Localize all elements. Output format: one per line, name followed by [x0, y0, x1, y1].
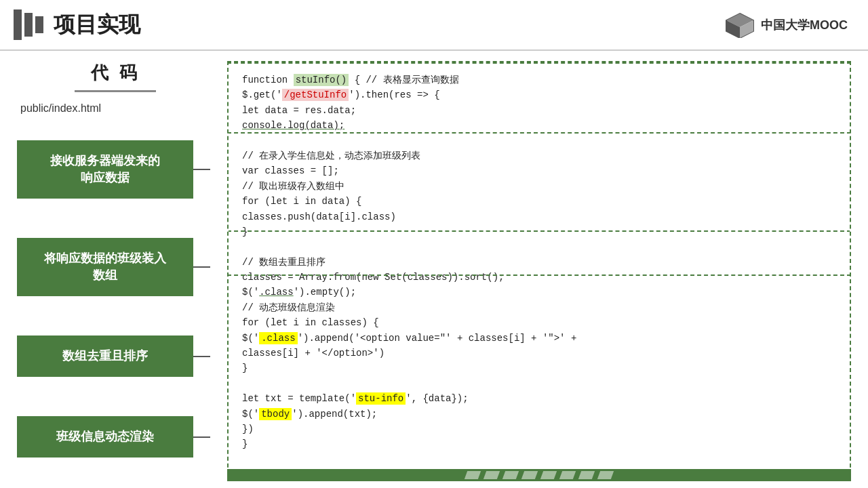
code-line-25: } — [242, 436, 836, 451]
mooc-logo: 中国大学MOOC — [725, 12, 848, 38]
code-text: classes[i] + '</option>') — [242, 348, 384, 359]
code-text: classes = Array.from(new Set(classes)).s… — [242, 272, 504, 283]
bar-stripe-6 — [559, 471, 576, 479]
connector-4 — [193, 436, 210, 438]
bar-stripe-8 — [597, 471, 614, 479]
code-text: for (let i in classes) { — [242, 317, 379, 328]
code-line-8: // 取出班级存入数组中 — [242, 179, 836, 194]
btn-render[interactable]: 班级信息动态渲染 — [17, 416, 193, 458]
code-line-15: $('.class').empty(); — [242, 285, 836, 300]
bar-stripe-7 — [578, 471, 595, 479]
code-line-10: classes.push(data[i].class) — [242, 209, 836, 224]
code-text: classes.push(data[i].class) — [242, 211, 396, 222]
sidebar-underline — [75, 90, 156, 92]
header-stripes — [14, 9, 43, 40]
code-line-5 — [242, 134, 836, 148]
sidebar-title: 代 码 — [17, 61, 214, 85]
code-area: function stuInfo() { // 表格显示查询数据 $.get('… — [227, 61, 851, 481]
code-line-20: } — [242, 361, 836, 375]
code-text: ').append('<option value="' + classes[i]… — [298, 333, 577, 344]
code-text: // 动态班级信息渲染 — [242, 302, 335, 313]
bar-stripe-5 — [540, 471, 557, 479]
code-text: $.get(' — [242, 89, 282, 100]
connector-3 — [193, 356, 210, 357]
code-line-24: }) — [242, 422, 836, 436]
sidebar-buttons: 接收服务器端发来的响应数据 将响应数据的班级装入数组 数组去重且排序 班级信息动… — [17, 125, 214, 481]
btn-dedup-sort[interactable]: 数组去重且排序 — [17, 336, 193, 377]
stripe-2 — [24, 13, 33, 37]
code-text: ', {data}); — [406, 393, 468, 404]
code-text: for (let i in data) { — [242, 196, 361, 207]
stripe-3 — [35, 16, 43, 33]
code-text: // 数组去重且排序 — [242, 257, 326, 268]
header: 项目实现 中国大学MOOC — [0, 0, 868, 51]
btn-receive-data[interactable]: 接收服务器端发来的响应数据 — [17, 140, 193, 199]
code-text: $(' — [242, 333, 259, 344]
highlight-stuinfo: stuInfo() — [294, 74, 349, 86]
code-text: function — [242, 75, 294, 85]
code-line-22: let txt = template('stu-info', {data}); — [242, 391, 836, 406]
code-text: // 取出班级存入数组中 — [242, 181, 344, 192]
highlight-tbody-yellow: tbody — [259, 408, 292, 420]
code-text: let data = res.data; — [242, 105, 356, 116]
code-line-1: function stuInfo() { // 表格显示查询数据 — [242, 73, 836, 87]
code-line-12 — [242, 239, 836, 254]
btn-row-1: 接收服务器端发来的响应数据 — [17, 140, 214, 199]
code-text: } — [242, 226, 248, 237]
bottom-decorative-bar — [227, 469, 851, 481]
stripe-1 — [14, 9, 22, 40]
btn-row-2: 将响应数据的班级装入数组 — [17, 238, 214, 296]
btn-row-4: 班级信息动态渲染 — [17, 416, 214, 458]
code-line-7: var classes = []; — [242, 163, 836, 178]
code-text: ').then(res => { — [349, 89, 439, 100]
code-text: ').append(txt); — [292, 409, 377, 420]
code-line-18: $('.class').append('<option value="' + c… — [242, 331, 836, 346]
bar-stripe-4 — [521, 471, 538, 479]
page-title: 项目实现 — [54, 10, 140, 40]
code-line-23: $('tbody').append(txt); — [242, 407, 836, 422]
code-line-11: } — [242, 224, 836, 239]
code-line-14: classes = Array.from(new Set(classes)).s… — [242, 270, 836, 285]
highlight-class-underline: .class — [259, 287, 293, 298]
code-text: { // 表格显示查询数据 — [349, 75, 458, 85]
sidebar: 代 码 public/index.html 接收服务器端发来的响应数据 将响应数… — [17, 61, 214, 481]
btn-load-array[interactable]: 将响应数据的班级装入数组 — [17, 238, 193, 296]
connector-2 — [193, 266, 210, 268]
code-line-17: for (let i in classes) { — [242, 315, 836, 330]
code-line-6: // 在录入学生信息处，动态添加班级列表 — [242, 148, 836, 163]
bar-stripe-3 — [502, 471, 519, 479]
code-line-16: // 动态班级信息渲染 — [242, 300, 836, 315]
code-text: $(' — [242, 409, 259, 420]
header-left: 项目实现 — [14, 9, 140, 40]
code-text: var classes = []; — [242, 165, 339, 176]
connector-1 — [193, 169, 210, 170]
code-line-2: $.get('/getStuInfo').then(res => { — [242, 87, 836, 102]
highlight-stuinfo-yellow: stu-info — [356, 392, 406, 405]
code-line-21 — [242, 376, 836, 391]
mooc-logo-text: 中国大学MOOC — [761, 17, 848, 33]
code-line-13: // 数组去重且排序 — [242, 255, 836, 270]
code-text: } — [242, 363, 248, 373]
code-text: } — [242, 439, 248, 449]
main-content: 代 码 public/index.html 接收服务器端发来的响应数据 将响应数… — [0, 51, 868, 488]
code-line-9: for (let i in data) { — [242, 194, 836, 209]
code-text: // 在录入学生信息处，动态添加班级列表 — [242, 150, 420, 161]
mooc-cube-icon — [725, 12, 755, 38]
code-panel-wrapper: function stuInfo() { // 表格显示查询数据 $.get('… — [227, 61, 851, 481]
bar-stripe-1 — [465, 471, 481, 479]
code-text: }) — [242, 424, 254, 434]
highlight-getstu: /getStuInfo — [282, 89, 349, 101]
highlight-class-yellow: .class — [259, 332, 297, 344]
bar-stripe-2 — [484, 471, 500, 479]
sidebar-file: public/index.html — [17, 102, 214, 115]
code-text: $(' — [242, 287, 259, 298]
code-line-19: classes[i] + '</option>') — [242, 346, 836, 361]
code-line-3: let data = res.data; — [242, 103, 836, 118]
code-line-4: console.log(data); — [242, 118, 836, 133]
btn-row-3: 数组去重且排序 — [17, 336, 214, 377]
code-underline-console: console.log(data); — [242, 120, 344, 131]
code-text: ').empty(); — [294, 287, 356, 298]
code-text: let txt = template(' — [242, 393, 356, 404]
